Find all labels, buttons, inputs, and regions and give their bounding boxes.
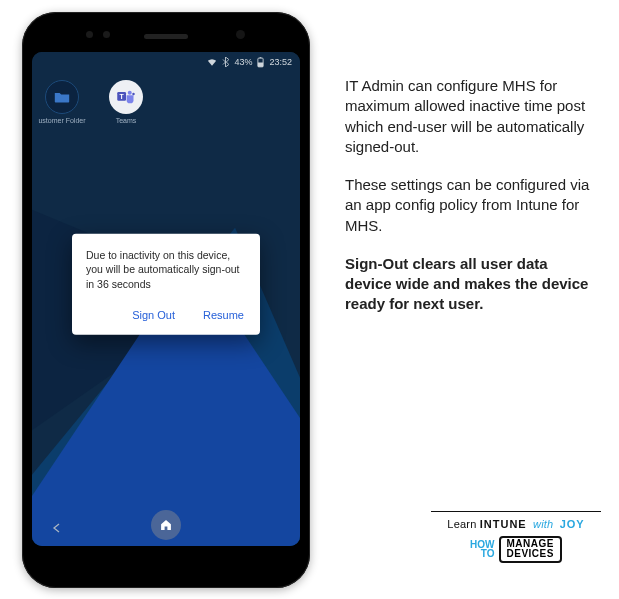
clock: 23:52 [269, 57, 292, 67]
svg-point-5 [128, 91, 132, 95]
footer-branding: Learn INTUNE with JOY HOW TO MANAGE DEVI… [431, 511, 601, 563]
paragraph-3: Sign-Out clears all user data device wid… [345, 254, 595, 315]
footer-to: TO [470, 550, 494, 559]
inactivity-dialog: Due to inactivity on this device, you wi… [72, 234, 260, 335]
footer-logo: HOW TO MANAGE DEVICES [470, 536, 562, 563]
dialog-message: Due to inactivity on this device, you wi… [86, 248, 246, 291]
footer-with: with [533, 518, 553, 530]
footer-learn: Learn [447, 518, 476, 530]
sign-out-button[interactable]: Sign Out [130, 304, 177, 324]
phone-sensors [86, 31, 110, 38]
explanatory-text: IT Admin can configure MHS for maximum a… [345, 76, 595, 333]
app-customer-folder[interactable]: ustomer Folder [38, 80, 86, 124]
app-teams[interactable]: T Teams [102, 80, 150, 124]
dialog-actions: Sign Out Resume [86, 304, 246, 328]
footer-devices: DEVICES [507, 549, 554, 559]
battery-icon [257, 57, 264, 68]
home-button[interactable] [151, 510, 181, 540]
svg-rect-1 [258, 62, 263, 66]
paragraph-2: These settings can be configured via an … [345, 175, 595, 236]
wifi-icon [207, 58, 217, 67]
android-nav-bar [32, 510, 300, 540]
app-label: ustomer Folder [38, 117, 86, 124]
footer-tagline: Learn INTUNE with JOY [431, 518, 601, 530]
paragraph-1: IT Admin can configure MHS for maximum a… [345, 76, 595, 157]
app-label: Teams [102, 117, 150, 124]
svg-rect-2 [260, 57, 262, 58]
svg-point-6 [132, 93, 135, 96]
phone-frame: 43% 23:52 ustomer Folder T [22, 12, 310, 588]
teams-icon: T [109, 80, 143, 114]
manage-devices-box: MANAGE DEVICES [499, 536, 562, 563]
footer-intune: INTUNE [480, 518, 527, 530]
resume-button[interactable]: Resume [201, 304, 246, 324]
howto-icon: HOW TO [470, 541, 494, 558]
folder-icon [45, 80, 79, 114]
home-apps-row: ustomer Folder T Teams [38, 80, 150, 124]
status-bar: 43% 23:52 [32, 52, 300, 70]
phone-screen: 43% 23:52 ustomer Folder T [32, 52, 300, 546]
battery-percent: 43% [234, 57, 252, 67]
bluetooth-icon [222, 57, 229, 67]
footer-joy: JOY [560, 518, 585, 530]
